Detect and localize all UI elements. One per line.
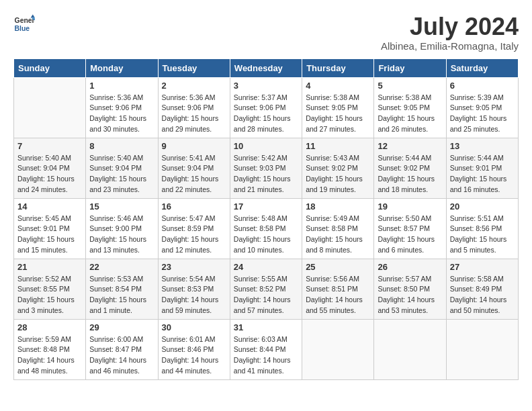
- day-info: Sunrise: 5:43 AMSunset: 9:02 PMDaylight:…: [306, 153, 370, 195]
- weekday-header-row: SundayMondayTuesdayWednesdayThursdayFrid…: [14, 58, 519, 77]
- calendar-cell: 21Sunrise: 5:52 AMSunset: 8:55 PMDayligh…: [14, 259, 86, 319]
- calendar-cell: 29Sunrise: 6:00 AMSunset: 8:47 PMDayligh…: [86, 319, 158, 379]
- title-area: July 2024 Albinea, Emilia-Romagna, Italy: [381, 13, 519, 52]
- day-number: 12: [378, 141, 442, 151]
- day-info: Sunrise: 5:55 AMSunset: 8:52 PMDaylight:…: [234, 274, 298, 316]
- day-number: 18: [306, 201, 370, 212]
- calendar-cell: 6Sunrise: 5:39 AMSunset: 9:05 PMDaylight…: [446, 77, 518, 138]
- calendar-week-row: 28Sunrise: 5:59 AMSunset: 8:48 PMDayligh…: [14, 319, 519, 379]
- weekday-header-saturday: Saturday: [446, 58, 518, 77]
- calendar-cell: 27Sunrise: 5:58 AMSunset: 8:49 PMDayligh…: [446, 259, 518, 319]
- calendar-cell: 1Sunrise: 5:36 AMSunset: 9:06 PMDaylight…: [86, 77, 158, 138]
- day-number: 16: [162, 201, 226, 212]
- day-info: Sunrise: 5:47 AMSunset: 8:59 PMDaylight:…: [162, 214, 226, 256]
- calendar-cell: 7Sunrise: 5:40 AMSunset: 9:04 PMDaylight…: [14, 138, 86, 198]
- day-info: Sunrise: 5:38 AMSunset: 9:05 PMDaylight:…: [306, 93, 370, 135]
- weekday-header-thursday: Thursday: [302, 58, 374, 77]
- day-info: Sunrise: 5:58 AMSunset: 8:49 PMDaylight:…: [450, 274, 515, 316]
- day-number: 11: [306, 141, 370, 151]
- calendar-cell: [302, 319, 374, 379]
- day-number: 21: [17, 262, 82, 272]
- svg-text:General: General: [15, 17, 35, 24]
- day-info: Sunrise: 5:48 AMSunset: 8:58 PMDaylight:…: [234, 214, 298, 256]
- calendar-week-row: 1Sunrise: 5:36 AMSunset: 9:06 PMDaylight…: [14, 77, 519, 138]
- day-number: 3: [234, 81, 298, 91]
- calendar-cell: 26Sunrise: 5:57 AMSunset: 8:50 PMDayligh…: [374, 259, 446, 319]
- day-info: Sunrise: 5:36 AMSunset: 9:06 PMDaylight:…: [89, 93, 154, 135]
- day-info: Sunrise: 5:44 AMSunset: 9:02 PMDaylight:…: [378, 153, 442, 195]
- calendar-week-row: 7Sunrise: 5:40 AMSunset: 9:04 PMDaylight…: [14, 138, 519, 198]
- calendar-cell: 16Sunrise: 5:47 AMSunset: 8:59 PMDayligh…: [158, 198, 230, 259]
- logo-icon: General Blue: [13, 13, 35, 35]
- calendar-subtitle: Albinea, Emilia-Romagna, Italy: [381, 40, 519, 52]
- calendar-week-row: 14Sunrise: 5:45 AMSunset: 9:01 PMDayligh…: [14, 198, 519, 259]
- day-number: 17: [234, 201, 298, 212]
- day-info: Sunrise: 5:53 AMSunset: 8:54 PMDaylight:…: [89, 274, 154, 316]
- day-info: Sunrise: 5:54 AMSunset: 8:53 PMDaylight:…: [162, 274, 226, 316]
- day-info: Sunrise: 5:49 AMSunset: 8:58 PMDaylight:…: [306, 214, 370, 256]
- calendar-cell: 8Sunrise: 5:40 AMSunset: 9:04 PMDaylight…: [86, 138, 158, 198]
- day-number: 26: [378, 262, 442, 272]
- calendar-cell: 28Sunrise: 5:59 AMSunset: 8:48 PMDayligh…: [14, 319, 86, 379]
- day-number: 30: [162, 322, 226, 332]
- svg-marker-2: [31, 15, 35, 18]
- day-info: Sunrise: 5:40 AMSunset: 9:04 PMDaylight:…: [17, 153, 82, 195]
- day-number: 14: [17, 201, 82, 212]
- day-number: 23: [162, 262, 226, 272]
- calendar-cell: 20Sunrise: 5:51 AMSunset: 8:56 PMDayligh…: [446, 198, 518, 259]
- calendar-cell: [14, 77, 86, 138]
- calendar-cell: 22Sunrise: 5:53 AMSunset: 8:54 PMDayligh…: [86, 259, 158, 319]
- day-info: Sunrise: 5:40 AMSunset: 9:04 PMDaylight:…: [89, 153, 154, 195]
- day-info: Sunrise: 5:51 AMSunset: 8:56 PMDaylight:…: [450, 214, 515, 256]
- day-number: 8: [89, 141, 154, 151]
- calendar-cell: 25Sunrise: 5:56 AMSunset: 8:51 PMDayligh…: [302, 259, 374, 319]
- weekday-header-sunday: Sunday: [14, 58, 86, 77]
- day-number: 29: [89, 322, 154, 332]
- day-info: Sunrise: 5:57 AMSunset: 8:50 PMDaylight:…: [378, 274, 442, 316]
- calendar-cell: 13Sunrise: 5:44 AMSunset: 9:01 PMDayligh…: [446, 138, 518, 198]
- day-info: Sunrise: 5:52 AMSunset: 8:55 PMDaylight:…: [17, 274, 82, 316]
- day-number: 25: [306, 262, 370, 272]
- weekday-header-friday: Friday: [374, 58, 446, 77]
- day-info: Sunrise: 6:03 AMSunset: 8:44 PMDaylight:…: [234, 334, 298, 377]
- calendar-cell: 3Sunrise: 5:37 AMSunset: 9:06 PMDaylight…: [230, 77, 302, 138]
- calendar-cell: [374, 319, 446, 379]
- day-info: Sunrise: 5:42 AMSunset: 9:03 PMDaylight:…: [234, 153, 298, 195]
- day-number: 28: [17, 322, 82, 332]
- weekday-header-tuesday: Tuesday: [158, 58, 230, 77]
- day-number: 4: [306, 81, 370, 91]
- day-number: 1: [89, 81, 154, 91]
- day-number: 7: [17, 141, 82, 151]
- day-number: 5: [378, 81, 442, 91]
- day-number: 24: [234, 262, 298, 272]
- calendar-cell: 30Sunrise: 6:01 AMSunset: 8:46 PMDayligh…: [158, 319, 230, 379]
- weekday-header-monday: Monday: [86, 58, 158, 77]
- weekday-header-wednesday: Wednesday: [230, 58, 302, 77]
- calendar-cell: 14Sunrise: 5:45 AMSunset: 9:01 PMDayligh…: [14, 198, 86, 259]
- calendar-cell: 10Sunrise: 5:42 AMSunset: 9:03 PMDayligh…: [230, 138, 302, 198]
- calendar-week-row: 21Sunrise: 5:52 AMSunset: 8:55 PMDayligh…: [14, 259, 519, 319]
- day-info: Sunrise: 5:59 AMSunset: 8:48 PMDaylight:…: [17, 334, 82, 377]
- day-number: 15: [89, 201, 154, 212]
- day-info: Sunrise: 5:50 AMSunset: 8:57 PMDaylight:…: [378, 214, 442, 256]
- day-info: Sunrise: 5:41 AMSunset: 9:04 PMDaylight:…: [162, 153, 226, 195]
- day-info: Sunrise: 5:46 AMSunset: 9:00 PMDaylight:…: [89, 214, 154, 256]
- calendar-cell: 15Sunrise: 5:46 AMSunset: 9:00 PMDayligh…: [86, 198, 158, 259]
- calendar-cell: 23Sunrise: 5:54 AMSunset: 8:53 PMDayligh…: [158, 259, 230, 319]
- calendar-table: SundayMondayTuesdayWednesdayThursdayFrid…: [13, 58, 519, 380]
- calendar-cell: [446, 319, 518, 379]
- day-number: 9: [162, 141, 226, 151]
- svg-text:Blue: Blue: [15, 25, 30, 32]
- page-header: General Blue July 2024 Albinea, Emilia-R…: [13, 13, 519, 52]
- day-info: Sunrise: 6:00 AMSunset: 8:47 PMDaylight:…: [89, 334, 154, 377]
- day-number: 27: [450, 262, 515, 272]
- day-info: Sunrise: 5:36 AMSunset: 9:06 PMDaylight:…: [162, 93, 226, 135]
- logo: General Blue: [13, 13, 35, 35]
- calendar-title: July 2024: [381, 13, 519, 40]
- calendar-cell: 4Sunrise: 5:38 AMSunset: 9:05 PMDaylight…: [302, 77, 374, 138]
- calendar-cell: 9Sunrise: 5:41 AMSunset: 9:04 PMDaylight…: [158, 138, 230, 198]
- calendar-cell: 24Sunrise: 5:55 AMSunset: 8:52 PMDayligh…: [230, 259, 302, 319]
- calendar-cell: 17Sunrise: 5:48 AMSunset: 8:58 PMDayligh…: [230, 198, 302, 259]
- calendar-cell: 19Sunrise: 5:50 AMSunset: 8:57 PMDayligh…: [374, 198, 446, 259]
- calendar-cell: 12Sunrise: 5:44 AMSunset: 9:02 PMDayligh…: [374, 138, 446, 198]
